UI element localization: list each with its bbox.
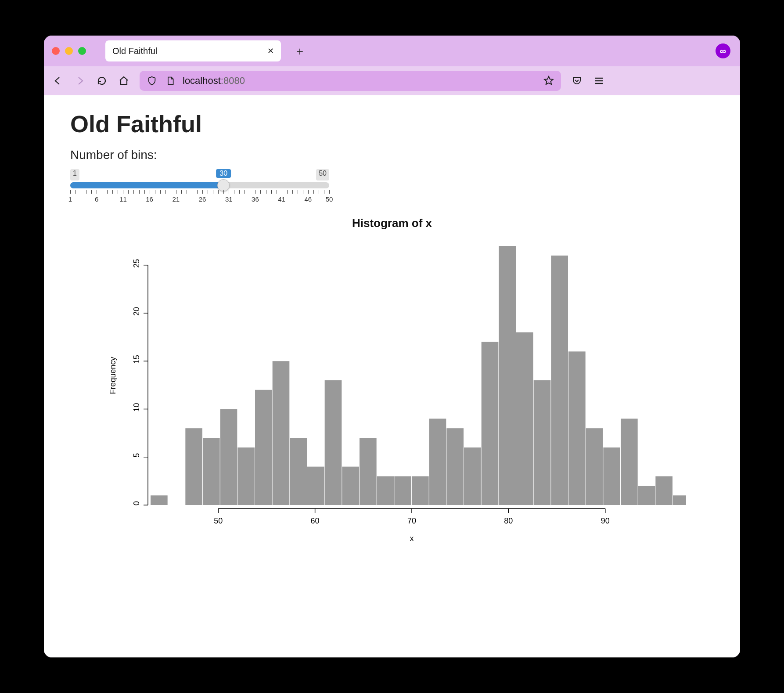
histogram-bar — [568, 351, 586, 505]
slider-max-label: 50 — [316, 169, 329, 180]
histogram-bar — [482, 342, 499, 505]
slider-fill — [70, 182, 223, 188]
pocket-icon[interactable] — [571, 75, 583, 87]
minimize-window-icon[interactable] — [65, 47, 73, 55]
histogram-bar — [325, 380, 342, 505]
slider-tick-label: 36 — [252, 195, 259, 203]
bookmark-star-icon[interactable] — [543, 75, 555, 87]
slider-min-label: 1 — [70, 169, 79, 180]
histogram-bar — [621, 419, 638, 505]
histogram-bar — [307, 467, 324, 505]
menu-icon[interactable] — [593, 75, 605, 87]
histogram-bar — [551, 256, 568, 505]
url-bar[interactable]: localhost:8080 — [140, 71, 561, 91]
histogram-bar — [151, 495, 168, 505]
slider-track[interactable] — [70, 182, 329, 188]
y-tick-label: 15 — [132, 355, 141, 364]
x-tick-label: 60 — [311, 516, 320, 525]
browser-tab[interactable]: Old Faithful ✕ — [105, 40, 281, 61]
slider-tick-label: 11 — [119, 195, 127, 203]
slider-ticks: 16111621263136414650 — [70, 190, 329, 203]
shield-icon[interactable] — [146, 75, 158, 87]
histogram-bar — [586, 428, 603, 505]
x-tick-label: 50 — [214, 516, 223, 525]
browser-window: Old Faithful ✕ ＋ ∞ localhost — [44, 36, 740, 657]
histogram-bar — [638, 486, 655, 505]
page-title: Old Faithful — [70, 110, 714, 137]
histogram-bar — [464, 448, 481, 505]
url-host: localhost — [183, 75, 221, 86]
histogram-bar — [185, 428, 202, 505]
slider-tick-label: 1 — [68, 195, 72, 203]
histogram-bar — [360, 438, 377, 505]
reload-button[interactable] — [96, 75, 108, 87]
x-axis-label: x — [410, 534, 414, 543]
url-port: :8080 — [221, 75, 245, 86]
maximize-window-icon[interactable] — [78, 47, 86, 55]
y-tick-label: 10 — [132, 403, 141, 411]
plot-title: Histogram of x — [70, 217, 714, 230]
toolbar: localhost:8080 — [44, 66, 740, 95]
close-window-icon[interactable] — [52, 47, 60, 55]
histogram-bar — [237, 448, 255, 505]
y-tick-label: 20 — [132, 307, 141, 316]
histogram-bar — [516, 332, 533, 505]
histogram-bar — [203, 438, 220, 505]
histogram-bar — [342, 467, 359, 505]
slider-label: Number of bins: — [70, 148, 714, 162]
slider-tick-label: 21 — [172, 195, 180, 203]
window-controls — [52, 47, 86, 55]
plot-area: 05101520255060708090xFrequency — [70, 242, 714, 549]
slider-value-label: 30 — [216, 169, 231, 178]
slider-thumb[interactable] — [217, 179, 230, 191]
histogram-bar — [655, 476, 673, 505]
close-tab-icon[interactable]: ✕ — [267, 46, 274, 56]
histogram-bar — [377, 476, 394, 505]
slider-tick-label: 46 — [304, 195, 312, 203]
home-button[interactable] — [118, 75, 130, 87]
extension-icon[interactable]: ∞ — [716, 43, 730, 58]
tab-title: Old Faithful — [112, 46, 157, 56]
histogram-bar — [534, 380, 551, 505]
histogram-bar — [499, 246, 516, 505]
histogram-bar — [429, 419, 446, 505]
forward-button[interactable] — [74, 75, 86, 87]
url-text: localhost:8080 — [183, 75, 245, 87]
histogram-bar — [412, 476, 429, 505]
x-tick-label: 90 — [601, 516, 610, 525]
bins-slider[interactable]: 1 30 50 16111621263136414650 — [70, 169, 329, 203]
page-content: Old Faithful Number of bins: 1 30 50 161… — [44, 95, 740, 657]
histogram-bar — [446, 428, 464, 505]
extension-glyph: ∞ — [720, 46, 726, 56]
new-tab-button[interactable]: ＋ — [294, 43, 306, 59]
histogram-bar — [220, 409, 237, 505]
y-tick-label: 0 — [132, 501, 141, 505]
y-tick-label: 25 — [132, 259, 141, 268]
y-axis-label: Frequency — [108, 357, 117, 394]
slider-tick-label: 50 — [326, 195, 333, 203]
slider-tick-label: 16 — [146, 195, 153, 203]
x-tick-label: 80 — [504, 516, 513, 525]
back-button[interactable] — [52, 75, 64, 87]
histogram-bar — [273, 361, 290, 505]
histogram-bar — [290, 438, 307, 505]
tab-bar: Old Faithful ✕ ＋ ∞ — [44, 36, 740, 66]
y-tick-label: 5 — [132, 453, 141, 458]
histogram-bar — [603, 448, 620, 505]
histogram-bar — [394, 476, 411, 505]
slider-tick-label: 41 — [278, 195, 285, 203]
slider-tick-label: 6 — [95, 195, 98, 203]
slider-tick-label: 26 — [199, 195, 206, 203]
histogram-bar — [673, 495, 686, 505]
histogram-bar — [255, 390, 272, 505]
histogram-plot: 05101520255060708090xFrequency — [98, 242, 686, 549]
page-info-icon[interactable] — [164, 75, 176, 87]
slider-tick-label: 31 — [225, 195, 233, 203]
slider-top-labels: 1 30 50 — [70, 169, 329, 180]
x-tick-label: 70 — [407, 516, 416, 525]
